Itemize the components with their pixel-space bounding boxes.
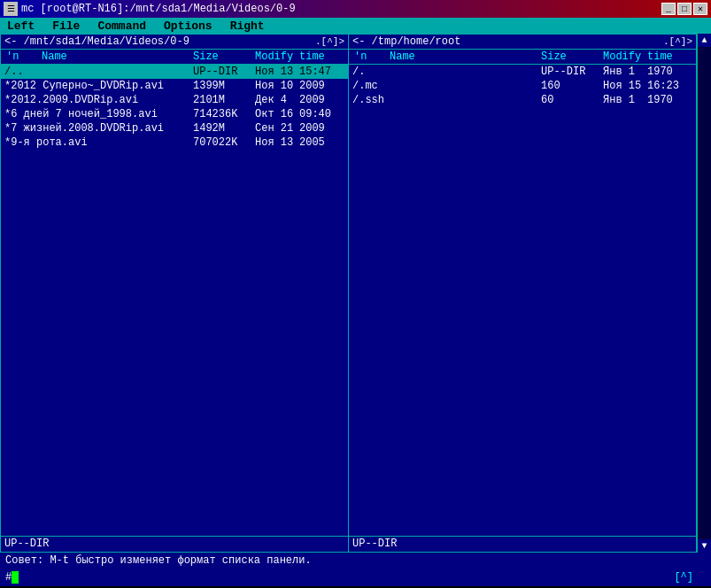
file-modify: Ноя 15 (601, 79, 645, 93)
right-panel-columns: 'n Name Size Modify time (349, 50, 696, 65)
right-panel: <- /tmp/home/root .[^]> 'n Name Size Mod… (348, 34, 697, 553)
file-time: 2009 (298, 93, 346, 107)
left-panel-footer: UP--DIR (1, 536, 348, 552)
table-row[interactable]: *6 дней 7 ночей_1998.avi714236KОкт 1609:… (1, 107, 348, 121)
right-panel-files: /.UP--DIRЯнв 11970/.mc160Ноя 1516:23/.ss… (349, 65, 696, 536)
minimize-button[interactable]: _ (661, 3, 676, 15)
close-button[interactable]: ✕ (693, 3, 707, 15)
app-icon: ☰ (4, 2, 18, 16)
scroll-up-arrow[interactable]: ▲ (701, 34, 707, 47)
file-modify: Ноя 10 (253, 79, 298, 93)
file-size: 1399M (191, 79, 253, 93)
file-time: 2009 (298, 79, 346, 93)
cursor (12, 571, 19, 584)
right-col-time-header: time (645, 50, 694, 64)
left-col-time-header: time (298, 50, 346, 64)
file-size: 714236K (191, 107, 253, 121)
file-size: 1492M (191, 121, 253, 135)
left-col-modify-header: Modify (253, 50, 298, 64)
file-name: *2012 Суперно~_DVDRip.avi (3, 79, 191, 93)
file-name: /.ssh (351, 93, 539, 107)
command-prompt: # (5, 571, 12, 584)
left-col-name-header: 'n Name (3, 50, 191, 64)
table-row[interactable]: /.mc160Ноя 1516:23 (349, 79, 696, 93)
left-panel-files: /..UP--DIRНоя 1315:47*2012 Суперно~_DVDR… (1, 65, 348, 536)
file-size: 2101M (191, 93, 253, 107)
file-time: 09:40 (298, 107, 346, 121)
file-time: 1970 (645, 65, 694, 79)
right-panel-path: <- /tmp/home/root (352, 35, 460, 48)
scroll-down-arrow[interactable]: ▼ (701, 539, 707, 553)
file-name: *9-я рота.avi (3, 135, 191, 150)
menu-bar: Left File Command Options Right (0, 18, 711, 34)
left-panel-path: <- /mnt/sda1/Media/Videos/0-9 (4, 35, 189, 48)
scrollbar-track[interactable] (698, 47, 711, 539)
file-modify: Окт 16 (253, 107, 298, 121)
file-time: 1970 (645, 93, 694, 107)
menu-command[interactable]: Command (97, 19, 146, 33)
file-size: 707022K (191, 135, 253, 150)
file-size: 160 (539, 79, 601, 93)
file-modify: Янв 1 (601, 65, 645, 79)
menu-options[interactable]: Options (164, 19, 213, 33)
file-modify: Ноя 13 (253, 65, 298, 79)
window-title: mc [root@RT-N16]:/mnt/sda1/Media/Videos/… (21, 3, 296, 15)
file-size: 60 (539, 93, 601, 107)
table-row[interactable]: *7 жизней.2008.DVDRip.avi1492MСен 212009 (1, 121, 348, 135)
bottom-right-bracket: [^] (674, 571, 693, 584)
right-panel-header: <- /tmp/home/root .[^]> (349, 35, 696, 50)
right-col-size-header: Size (539, 50, 601, 64)
panels-row: <- /mnt/sda1/Media/Videos/0-9 .[^]> 'n N… (0, 34, 711, 553)
left-panel: <- /mnt/sda1/Media/Videos/0-9 .[^]> 'n N… (0, 34, 348, 553)
menu-right[interactable]: Right (230, 19, 265, 33)
window-controls: _ □ ✕ (661, 3, 707, 15)
table-row[interactable]: /.ssh60Янв 11970 (349, 93, 696, 107)
left-panel-header: <- /mnt/sda1/Media/Videos/0-9 .[^]> (1, 35, 348, 50)
file-time: 2005 (298, 135, 346, 150)
file-modify: Дек 4 (253, 93, 298, 107)
scrollbar[interactable]: ▲ ▼ (697, 34, 711, 553)
file-time: 2009 (298, 121, 346, 135)
tip-text: Совет: M-t быстро изменяет формат списка… (5, 554, 312, 567)
file-modify: Сен 21 (253, 121, 298, 135)
right-panel-footer: UP--DIR (349, 536, 696, 552)
menu-left[interactable]: Left (7, 19, 35, 33)
right-panel-bracket: .[^]> (663, 36, 692, 47)
table-row[interactable]: *2012 Суперно~_DVDRip.avi1399MНоя 102009 (1, 79, 348, 93)
file-size: UP--DIR (191, 65, 253, 79)
file-name: /. (351, 65, 539, 79)
file-name: /.mc (351, 79, 539, 93)
maximize-button[interactable]: □ (677, 3, 692, 15)
left-panel-bracket: .[^]> (315, 36, 344, 47)
table-row[interactable]: /.UP--DIRЯнв 11970 (349, 65, 696, 79)
command-line[interactable]: # [^] (0, 569, 711, 586)
file-size: UP--DIR (539, 65, 601, 79)
file-modify: Ноя 13 (253, 135, 298, 150)
menu-file[interactable]: File (52, 19, 80, 33)
file-name: *7 жизней.2008.DVDRip.avi (3, 121, 191, 135)
file-time: 15:47 (298, 65, 346, 79)
right-col-name-header: 'n Name (351, 50, 539, 64)
table-row[interactable]: *9-я рота.avi707022KНоя 132005 (1, 135, 348, 150)
file-name: *6 дней 7 ночей_1998.avi (3, 107, 191, 121)
right-col-modify-header: Modify (601, 50, 645, 64)
file-name: *2012.2009.DVDRip.avi (3, 93, 191, 107)
left-panel-columns: 'n Name Size Modify time (1, 50, 348, 65)
title-bar: ☰ mc [root@RT-N16]:/mnt/sda1/Media/Video… (0, 0, 711, 18)
file-modify: Янв 1 (601, 93, 645, 107)
file-time: 16:23 (645, 79, 694, 93)
table-row[interactable]: /..UP--DIRНоя 1315:47 (1, 65, 348, 79)
file-name: /.. (3, 65, 191, 79)
table-row[interactable]: *2012.2009.DVDRip.avi2101MДек 42009 (1, 93, 348, 107)
left-col-size-header: Size (191, 50, 253, 64)
tip-bar: Совет: M-t быстро изменяет формат списка… (0, 553, 711, 569)
